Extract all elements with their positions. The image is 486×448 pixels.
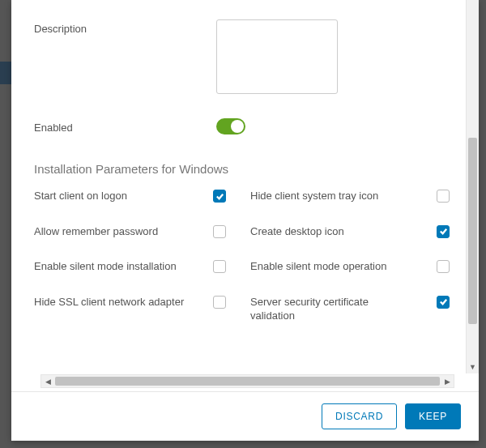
modal-body: Description Enabled Installation Paramet… — [11, 0, 479, 391]
check-icon — [439, 297, 448, 306]
param-start-client-label: Start client on logon — [34, 189, 208, 203]
h-scrollbar-thumb[interactable] — [55, 377, 440, 386]
section-title: Installation Parameters for Windows — [34, 162, 456, 176]
settings-modal: Description Enabled Installation Paramet… — [11, 0, 479, 441]
param-silent-install-label: Enable silent mode installation — [34, 259, 208, 274]
backdrop-accent — [0, 62, 11, 84]
keep-button[interactable]: KEEP — [405, 403, 461, 429]
enabled-label: Enabled — [34, 118, 216, 134]
v-scrollbar-thumb[interactable] — [468, 138, 477, 324]
param-hide-tray-label: Hide client system tray icon — [250, 189, 412, 203]
chevron-right-icon[interactable]: ▶ — [441, 375, 454, 387]
param-cert-validation-label: Server security certificate validation — [250, 295, 412, 323]
param-hide-adapter-checkbox[interactable] — [213, 296, 226, 309]
param-desktop-icon-label: Create desktop icon — [250, 224, 412, 239]
h-scrollbar[interactable]: ◀ ▶ — [40, 374, 454, 388]
param-silent-install-checkbox[interactable] — [213, 260, 226, 273]
description-label: Description — [34, 19, 216, 35]
params-grid: Start client on logon Hide client system… — [34, 189, 456, 323]
chevron-left-icon[interactable]: ◀ — [41, 375, 54, 387]
param-desktop-icon-checkbox[interactable] — [437, 225, 450, 238]
modal-footer: DISCARD KEEP — [11, 391, 479, 441]
scroll-area: Description Enabled Installation Paramet… — [11, 0, 479, 391]
param-remember-pw-checkbox[interactable] — [213, 225, 226, 238]
enabled-row: Enabled — [34, 118, 456, 134]
toggle-knob — [231, 120, 244, 133]
description-row: Description — [34, 19, 456, 94]
v-scrollbar[interactable]: ▼ — [466, 0, 479, 373]
param-cert-validation-checkbox[interactable] — [437, 296, 450, 309]
param-silent-op-checkbox[interactable] — [437, 260, 450, 273]
param-start-client-checkbox[interactable] — [213, 190, 226, 203]
param-remember-pw-label: Allow remember password — [34, 224, 208, 239]
description-input[interactable] — [216, 19, 338, 94]
discard-button[interactable]: DISCARD — [322, 403, 397, 429]
enabled-toggle[interactable] — [216, 118, 245, 134]
check-icon — [215, 192, 224, 201]
param-hide-adapter-label: Hide SSL client network adapter — [34, 295, 208, 309]
param-hide-tray-checkbox[interactable] — [437, 190, 450, 203]
check-icon — [439, 227, 448, 236]
chevron-down-icon[interactable]: ▼ — [467, 361, 479, 373]
param-silent-op-label: Enable silent mode operation — [250, 259, 412, 274]
